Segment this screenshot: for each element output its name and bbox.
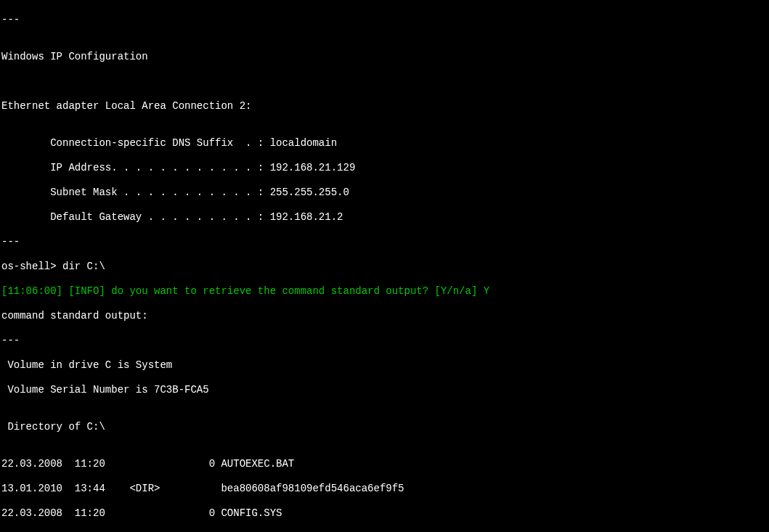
dir-entry: 13.01.2010 13:44 <DIR> bea80608af98109ef… [1, 483, 768, 495]
directory-header: Directory of C:\ [1, 421, 768, 433]
adapter-header: Ethernet adapter Local Area Connection 2… [1, 100, 768, 112]
separator: --- [1, 335, 768, 347]
shell-prompt-with-command: os-shell> dir C:\ [1, 261, 768, 273]
terminal-output[interactable]: --- Windows IP Configuration Ethernet ad… [1, 1, 768, 532]
separator: --- [1, 14, 768, 26]
subnet-mask: Subnet Mask . . . . . . . . . . . : 255.… [1, 187, 768, 199]
stdout-header: command standard output: [1, 310, 768, 322]
ip-address: IP Address. . . . . . . . . . . . : 192.… [1, 162, 768, 174]
separator: --- [1, 236, 768, 248]
dir-entry: 22.03.2008 11:20 0 CONFIG.SYS [1, 507, 768, 520]
dns-suffix: Connection-specific DNS Suffix . : local… [1, 137, 768, 150]
info-prompt: [11:06:00] [INFO] do you want to retriev… [1, 285, 768, 298]
ipconfig-header: Windows IP Configuration [1, 51, 768, 63]
dir-entry: 22.03.2008 11:20 0 AUTOEXEC.BAT [1, 458, 768, 470]
default-gateway: Default Gateway . . . . . . . . . : 192.… [1, 211, 768, 224]
volume-serial: Volume Serial Number is 7C3B-FCA5 [1, 384, 768, 396]
volume-label: Volume in drive C is System [1, 359, 768, 372]
